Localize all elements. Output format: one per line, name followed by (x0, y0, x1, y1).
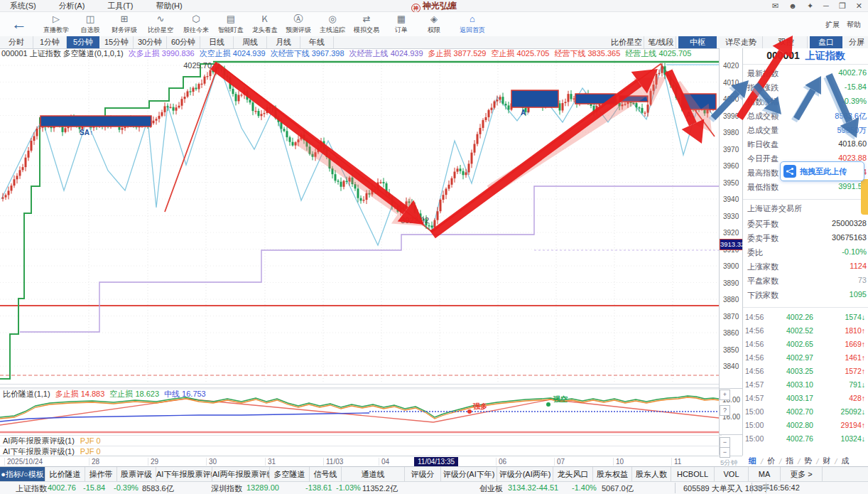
price-tick: 3950 (723, 179, 739, 187)
view-tab-比价星空[interactable]: 比价星空 (609, 36, 644, 48)
period-tab-周线[interactable]: 周线 (234, 36, 267, 48)
toolbar-item-股往今来[interactable]: ⬡股往今来 (178, 14, 214, 35)
detail-tab-价[interactable]: 价 (763, 456, 779, 466)
quote-row2-value: 30675163 (832, 233, 867, 242)
trade-time: 14:57 (745, 380, 764, 389)
zoom-mini-button[interactable]: + (720, 390, 730, 400)
quote-row-label: 总成交量 (747, 125, 779, 136)
period-tab-1分钟[interactable]: 1分钟 (33, 36, 67, 48)
quote-row-label: 总成交额 (747, 111, 779, 122)
main-chart-canvas[interactable]: SA↑A↑A↓4025.703922.92 (0, 58, 719, 385)
minimize-icon[interactable]: ─ (823, 1, 829, 10)
svg-text:4025.70: 4025.70 (183, 61, 212, 70)
period-tab-年线[interactable]: 年线 (300, 36, 334, 48)
zoom-mini-button[interactable]: − (720, 447, 730, 458)
mail-icon[interactable]: ✉ (772, 1, 779, 11)
bottom-tab-VOL[interactable]: VOL (715, 467, 749, 482)
menu-bar: 系统(S)分析(A)工具(T)帮助(H) 神神光弘缠 ✉☻✦─❐✕ (0, 0, 868, 12)
bottom-tab-AI两年报股票评级[interactable]: AI两年报股票评级 (212, 467, 270, 482)
toolbar-item-label: 自选股 (72, 26, 108, 35)
close-icon[interactable]: ✕ (856, 1, 862, 11)
period-tab-日线[interactable]: 日线 (200, 36, 234, 48)
detail-tab-指[interactable]: 指 (781, 456, 798, 466)
price-tick: 3930 (723, 213, 739, 220)
rating-1y-value: PJF 0 (80, 447, 101, 456)
price-tick: 3960 (723, 162, 739, 170)
detail-tab-细[interactable]: 细 (744, 456, 761, 466)
bottom-tab-股东权益[interactable]: 股东权益 (593, 467, 632, 482)
bottom-tab-AI下年报股票评级[interactable]: AI下年报股票评级 (156, 467, 212, 482)
bottom-tab-信号线[interactable]: 信号线 (310, 467, 342, 482)
toolbar-item-主线追踪[interactable]: ◎主线追踪 (315, 14, 350, 35)
corner-link-帮助[interactable]: 帮助 (847, 21, 861, 28)
view-tab-详尽走势[interactable]: 详尽走势 (720, 36, 763, 48)
bottom-tab-评级分[interactable]: 评级分 (405, 467, 441, 482)
period-tab-30分钟[interactable]: 30分钟 (134, 36, 167, 48)
view-tab-笔/线段[interactable]: 笔/线段 (646, 36, 676, 48)
toolbar-item-比价星空[interactable]: ∿比价星空 (143, 14, 178, 35)
zoom-mini-button[interactable]: − (720, 437, 730, 448)
menu-工具(T)[interactable]: 工具(T) (97, 1, 146, 10)
user-icon[interactable]: ☻ (788, 1, 797, 10)
quote-row-label: 昨日收盘 (747, 139, 779, 150)
period-tab-60分钟[interactable]: 60分钟 (167, 36, 200, 48)
bottom-tab-操作带[interactable]: 操作带 (85, 467, 117, 482)
detail-tab-成[interactable]: 成 (837, 456, 853, 466)
toolbar-item-返回首页[interactable]: ⌂返回首页 (455, 14, 490, 35)
price-tick: 3860 (723, 329, 739, 337)
price-tick: 3870 (723, 313, 739, 321)
toolbar-item-自选股[interactable]: ◫自选股 (72, 14, 108, 35)
period-tab-分时[interactable]: 分时 (0, 36, 33, 48)
theme-icon[interactable]: ✦ (807, 1, 813, 11)
toolbar-item-订单[interactable]: ▦订单 (384, 14, 419, 35)
订单-icon: ▦ (384, 14, 419, 25)
toolbar-item-直播教学[interactable]: ▷直播教学 (38, 14, 74, 35)
zoom-mini-button[interactable]: ? (720, 405, 730, 416)
view-tab-分屏[interactable]: 分屏 (845, 36, 868, 48)
bottom-tab-龙头风口[interactable]: 龙头风口 (553, 467, 593, 482)
period-tab-5分钟[interactable]: 5分钟 (67, 36, 99, 48)
side-flag-tab[interactable] (861, 179, 868, 215)
bottom-tab-股东人数[interactable]: 股东人数 (632, 467, 671, 482)
bottom-tab-评级分(AI两年)[interactable]: 评级分(AI两年) (497, 467, 553, 482)
view-tab-盘口[interactable]: 盘口 (810, 36, 842, 48)
status-item: 13289.00 (246, 483, 279, 492)
bottom-tab-HCBOLL[interactable]: HCBOLL (671, 467, 715, 482)
view-tab-中枢[interactable]: 中枢 (678, 36, 717, 48)
bottom-tab-更多 >[interactable]: 更多 > (781, 467, 823, 482)
stock-name[interactable]: 上证指数 (805, 50, 845, 61)
bottom-tab-股票评级[interactable]: 股票评级 (117, 467, 156, 482)
indicator-header: 比价隧道(1,1)多止损 14.883空止损 18.623中线 16.753 (3, 389, 211, 398)
toolbar-item-财务评级[interactable]: ⊞财务评级 (107, 14, 142, 35)
detail-tab-row: 细/价/指/势/财/成 (744, 456, 868, 466)
toolbar-item-模拟交易[interactable]: ⇄模拟交易 (349, 14, 384, 35)
menu-系统(S)[interactable]: 系统(S) (0, 1, 49, 10)
menu-分析(A)[interactable]: 分析(A) (49, 1, 98, 10)
bottom-tab-比价隧道[interactable]: 比价隧道 (45, 467, 85, 482)
bottom-tab-通道线[interactable]: 通道线 (342, 467, 405, 482)
period-tab-月线[interactable]: 月线 (267, 36, 300, 48)
price-tick: 3850 (723, 346, 739, 354)
detail-tab-势[interactable]: 势 (800, 456, 816, 466)
restore-icon[interactable]: ❐ (839, 1, 846, 11)
toolbar-item-label: 预测评级 (281, 26, 316, 35)
detail-tab-财[interactable]: 财 (818, 456, 835, 466)
status-item: 5067.0亿 (602, 483, 634, 494)
bottom-tab-多空隧道[interactable]: 多空隧道 (270, 467, 310, 482)
权限-icon: ◈ (416, 14, 452, 25)
toolbar-item-预测评级[interactable]: Ⓐ预测评级 (281, 14, 316, 35)
status-item: 上证指数 (16, 483, 47, 494)
bottom-tab-评级分(AI下年)[interactable]: 评级分(AI下年) (441, 467, 497, 482)
view-tab-双控[interactable]: 双控 (765, 36, 808, 48)
back-button[interactable]: ← (11, 15, 27, 33)
bottom-tab-MA[interactable]: MA (749, 467, 781, 482)
bottom-tab-●指标/○模板[interactable]: ●指标/○模板 (0, 467, 45, 482)
period-tab-15分钟[interactable]: 15分钟 (100, 36, 134, 48)
toolbar-item-智能盯盘[interactable]: ▤智能盯盘 (213, 14, 249, 35)
menu-帮助(H)[interactable]: 帮助(H) (146, 1, 195, 10)
toolbar-item-权限[interactable]: ◈权限 (416, 14, 452, 35)
corner-link-扩展[interactable]: 扩展 (825, 21, 840, 28)
upload-dropzone-chip[interactable]: 拖拽至此上传 (780, 161, 864, 181)
toolbar-item-龙头看盘[interactable]: Ｋ龙头看盘 (247, 14, 283, 35)
status-bar: 上证指数4002.76-15.84-0.39%8583.6亿深圳指数13289.… (0, 481, 868, 494)
